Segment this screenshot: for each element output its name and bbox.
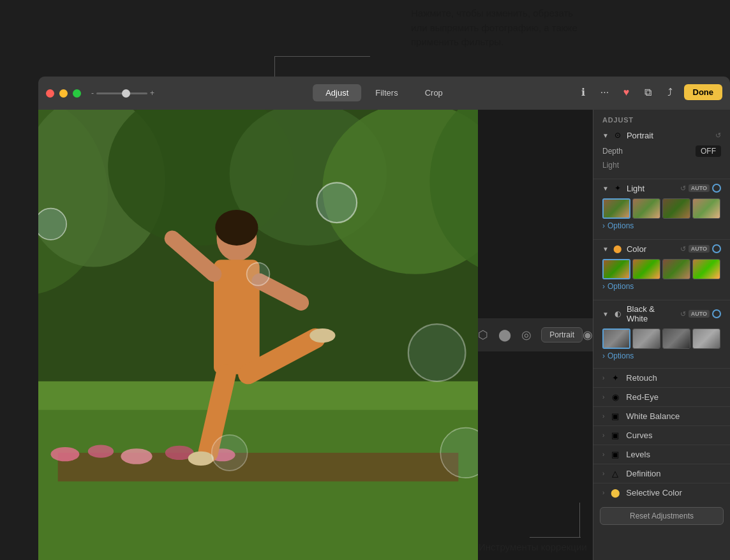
depth-label: Depth: [602, 147, 692, 156]
curves-label: Curves: [626, 431, 652, 440]
white-balance-icon: ▣: [609, 411, 621, 421]
tab-crop[interactable]: Crop: [412, 84, 456, 101]
tab-adjust[interactable]: Adjust: [313, 84, 361, 101]
bw-thumb-3[interactable]: [662, 328, 690, 349]
panel-header: ADJUST: [593, 110, 730, 128]
selective-color-row[interactable]: › ⬤ Selective Color: [593, 483, 730, 502]
bw-chevron: ▼: [602, 311, 609, 318]
definition-row[interactable]: › △ Definition: [593, 464, 730, 483]
minimize-button[interactable]: [59, 89, 68, 98]
depth-row: Depth OFF: [602, 145, 721, 157]
tab-filters[interactable]: Filters: [362, 84, 410, 101]
bw-thumb-1[interactable]: [602, 328, 630, 349]
color-thumb-2[interactable]: [632, 259, 660, 279]
color-section: ▼ ⬤ Color ↺ AUTO › Op: [593, 241, 730, 298]
selective-color-icon: ⬤: [609, 488, 621, 497]
filter-icon-5[interactable]: ◉: [583, 328, 593, 342]
color-circle[interactable]: [712, 244, 721, 253]
portrait-section: ▼ ⊙ Portrait ↺ Depth OFF Light: [593, 128, 730, 177]
svg-point-26: [317, 182, 357, 223]
filter-icon-1[interactable]: ⬤: [498, 328, 511, 342]
bw-reset-icon[interactable]: ↺: [680, 310, 686, 318]
bw-controls: ↺ AUTO: [680, 309, 721, 318]
red-eye-label: Red-Eye: [626, 392, 659, 402]
light-auto-badge[interactable]: AUTO: [689, 184, 710, 192]
svg-rect-8: [38, 410, 478, 560]
bw-auto-badge[interactable]: AUTO: [689, 310, 710, 318]
white-balance-row[interactable]: › ▣ White Balance: [593, 406, 730, 425]
divider-1: [593, 179, 730, 179]
light-reset-icon[interactable]: ↺: [680, 184, 686, 193]
retouch-row[interactable]: › ✦ Retouch: [593, 368, 730, 387]
color-thumb-3[interactable]: [662, 259, 690, 279]
heart-icon[interactable]: ♥: [619, 85, 634, 100]
levels-label: Levels: [626, 450, 650, 459]
selective-color-label: Selective Color: [626, 488, 682, 497]
reset-adjustments-button[interactable]: Reset Adjustments: [600, 507, 724, 525]
color-auto-badge[interactable]: AUTO: [689, 245, 710, 253]
right-toolbar: ℹ ··· ♥ ⧉ ⤴ Done: [576, 84, 723, 100]
red-eye-icon: ◉: [609, 392, 621, 402]
portrait-section-header[interactable]: ▼ ⊙ Portrait ↺: [600, 128, 724, 143]
light-thumb-3[interactable]: [662, 198, 690, 219]
color-reset-icon[interactable]: ↺: [680, 245, 686, 253]
light-circle[interactable]: [712, 184, 721, 193]
portrait-badge[interactable]: Portrait: [541, 327, 583, 343]
bw-options-chevron: ›: [602, 351, 605, 360]
svg-point-23: [309, 328, 335, 343]
light-thumb-2[interactable]: [632, 198, 660, 219]
traffic-lights: [46, 89, 81, 98]
curves-row[interactable]: › ▣ Curves: [593, 425, 730, 445]
svg-point-16: [215, 210, 258, 246]
portrait-reset-icon[interactable]: ↺: [715, 131, 721, 140]
light-options[interactable]: › Options: [600, 220, 724, 234]
color-section-header[interactable]: ▼ ⬤ Color ↺ AUTO: [600, 241, 724, 256]
bw-section-header[interactable]: ▼ ◐ Black & White ↺ AUTO: [600, 302, 724, 326]
close-button[interactable]: [46, 89, 54, 98]
color-icon: ⬤: [613, 244, 623, 254]
divider-2: [593, 239, 730, 240]
light-thumb-1[interactable]: [602, 198, 630, 219]
retouch-icon: ✦: [609, 373, 621, 383]
right-panel: ADJUST ▼ ⊙ Portrait ↺ Depth OFF Light: [593, 110, 730, 560]
bw-title: Black & White: [627, 304, 676, 323]
info-icon[interactable]: ℹ: [576, 85, 591, 100]
divider-3: [593, 300, 730, 300]
white-balance-label: White Balance: [626, 411, 680, 421]
brightness-slider[interactable]: [96, 92, 147, 94]
light-controls: ↺ AUTO: [680, 184, 721, 193]
bw-options[interactable]: › Options: [600, 350, 724, 364]
color-thumbnails: [600, 256, 724, 281]
curves-chevron: ›: [602, 432, 604, 439]
content-area: ⬡ ⬤ ◎ ◎ ◎ ◉ Portrait ADJUST ▼ ⊙ Portrait…: [38, 110, 730, 560]
portrait-icon: ⊙: [613, 130, 623, 140]
color-chevron: ▼: [602, 246, 609, 253]
color-thumb-1[interactable]: [602, 259, 630, 279]
color-thumb-4[interactable]: [692, 259, 720, 279]
levels-row[interactable]: › ▣ Levels: [593, 445, 730, 464]
share-icon[interactable]: ⤴: [662, 85, 678, 100]
duplicate-icon[interactable]: ⧉: [641, 85, 656, 100]
light-thumb-4[interactable]: [692, 198, 720, 219]
maximize-button[interactable]: [73, 89, 81, 98]
bottom-tooltip-horizontal-line: [530, 537, 581, 538]
bw-thumb-2[interactable]: [632, 328, 660, 349]
svg-rect-9: [58, 453, 459, 482]
light-options-label: Options: [607, 221, 634, 230]
portrait-chevron: ▼: [602, 132, 609, 139]
bw-icon: ◐: [613, 309, 623, 319]
red-eye-row[interactable]: › ◉ Red-Eye: [593, 387, 730, 406]
svg-point-24: [38, 209, 66, 240]
done-button[interactable]: Done: [684, 84, 723, 100]
filter-icon-2[interactable]: ◎: [521, 328, 532, 342]
more-icon[interactable]: ···: [597, 85, 613, 100]
bw-thumb-4[interactable]: [692, 328, 720, 349]
photo-area: ⬡ ⬤ ◎ ◎ ◎ ◉ Portrait: [38, 110, 593, 560]
light-thumbnails: [600, 196, 724, 220]
bw-thumbnails: [600, 326, 724, 350]
red-eye-chevron: ›: [602, 394, 604, 401]
portrait-mode-icon[interactable]: ⬡: [478, 328, 488, 342]
color-options[interactable]: › Options: [600, 281, 724, 295]
light-section-header[interactable]: ▼ ✦ Light ↺ AUTO: [600, 181, 724, 196]
bw-circle[interactable]: [712, 309, 721, 318]
